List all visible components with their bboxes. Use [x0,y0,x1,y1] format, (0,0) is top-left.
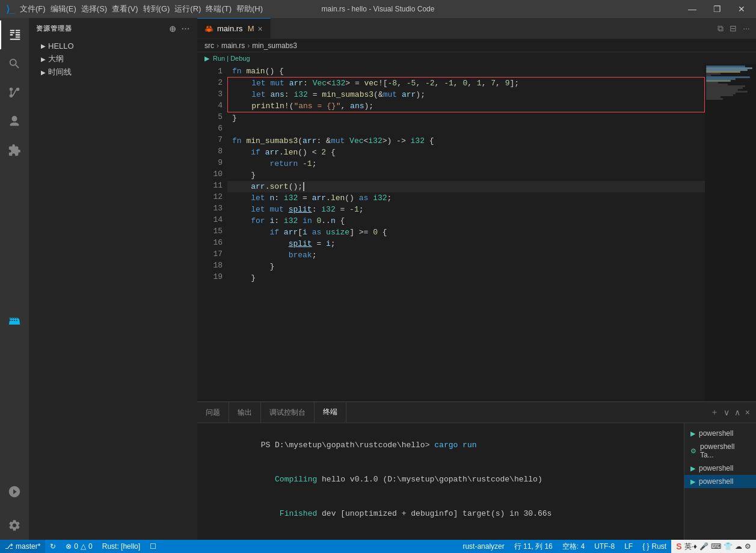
code-line-6 [227,124,705,135]
terminal-tab-output[interactable]: 输出 [229,402,261,423]
minimize-button[interactable]: — [683,4,701,14]
menu-view[interactable]: 查看(V) [112,4,138,14]
status-left: ⎇ master* ↻ ⊗ 0 △ 0 Rust: [hello] ☐ [0,540,161,553]
lang-label: Rust [652,542,667,551]
svg-point-1 [16,88,20,91]
status-encoding[interactable]: UTF-8 [589,540,619,553]
terminal-tab-terminal[interactable]: 终端 [315,402,346,423]
close-button[interactable]: ✕ [733,4,750,14]
terminal-close-icon[interactable]: × [745,408,750,417]
terminal-new-icon[interactable]: ＋ [710,407,719,418]
status-errors[interactable]: ⊗ 0 △ 0 [61,540,97,553]
menu-edit[interactable]: 编辑(E) [51,4,76,14]
run-debug-bar: ▶ Run | Debug [197,52,756,64]
activity-debug[interactable] [0,107,29,136]
terminal-finished: Finished [261,509,318,518]
status-bar: ⎇ master* ↻ ⊗ 0 △ 0 Rust: [hello] ☐ rust… [0,540,756,553]
terminal-tab-problems[interactable]: 问题 [197,402,229,423]
minimap-content [705,64,756,101]
rust-file-icon: 🦀 [204,25,214,33]
sidebar-item-outline[interactable]: ▶ 大纲 [29,52,197,66]
code-content[interactable]: fn main() { let mut arr: Vec<i32> = vec!… [227,64,705,402]
error-icon: ⊗ [66,542,72,551]
status-lang[interactable]: { } Rust [638,540,671,553]
menu-file[interactable]: 文件(F) [20,4,46,14]
code-line-16: split = i; [227,238,705,249]
terminal-compiling: Compiling [261,475,318,484]
tab-close-button[interactable]: × [257,24,262,34]
panel-label-1: powershell [699,429,733,438]
git-branch-label: master* [16,542,40,551]
sidebar-outline-label: 大纲 [48,53,64,64]
status-sync[interactable]: ↻ [45,540,61,553]
activity-extensions[interactable] [0,136,29,165]
status-rust-hello[interactable]: Rust: [hello] [97,540,145,553]
breadcrumb-fn[interactable]: min_sumabs3 [252,41,297,50]
encoding-label: UTF-8 [594,542,615,551]
run-debug-text[interactable]: Run | Debug [213,55,250,62]
activity-search[interactable] [0,49,29,78]
menu-run[interactable]: 运行(R) [174,4,201,14]
menu-select[interactable]: 选择(S) [81,4,107,14]
breadcrumb-sep2: › [247,41,250,50]
status-spaces[interactable]: 空格: 4 [558,540,589,553]
panel-powershell-3[interactable]: ▶ powershell [684,462,756,475]
sidebar-timeline-label: 时间线 [48,67,72,78]
terminal-compile-text: hello v0.1.0 (D:\mysetup\gopath\rustcode… [317,475,542,484]
new-file-icon[interactable]: ⊕ [169,24,177,34]
code-line-2: let mut arr: Vec<i32> = vec![-8, -5, -2,… [228,78,704,89]
breadcrumb-src[interactable]: src [204,41,214,50]
terminal-chevron-down-icon[interactable]: ∨ [724,408,730,417]
code-line-15: if arr[i as usize] >= 0 { [227,227,705,238]
activity-settings[interactable] [0,511,29,540]
panel-powershell-1[interactable]: ▶ powershell [684,427,756,440]
status-rust-analyzer[interactable]: rust-analyzer [458,540,509,553]
restore-button[interactable]: ❐ [708,4,726,14]
activity-docker[interactable] [0,307,29,335]
menu-terminal[interactable]: 终端(T) [206,4,232,14]
sidebar-header-icons[interactable]: ⊕ ··· [169,24,190,34]
svg-point-2 [10,88,13,91]
more-icon[interactable]: ··· [182,24,190,34]
terminal-content[interactable]: PS D:\mysetup\gopath\rustcode\hello> car… [197,423,684,540]
code-line-4: println!("ans = {}", ans); [228,100,704,112]
terminal-line-1: PS D:\mysetup\gopath\rustcode\hello> car… [204,428,677,462]
activity-explorer[interactable] [0,20,29,49]
menu-help[interactable]: 帮助(H) [236,4,263,14]
code-line-12: let n: i32 = arr.len() as i32; [227,192,705,204]
status-line-col[interactable]: 行 11, 列 16 [509,540,558,553]
layout-icon[interactable]: ⊟ [730,23,737,33]
editor-area: 🦀 main.rs M × ⧉ ⊟ ··· src › main.rs › mi… [197,18,756,540]
status-eol[interactable]: LF [619,540,638,553]
code-editor[interactable]: 12345 678910 1112131415 16171819 fn main… [197,64,756,402]
panel-powershell-2[interactable]: ⚙ powershell Ta... [684,440,756,462]
sidebar-item-hello[interactable]: ▶ HELLO [29,39,197,52]
breadcrumb-file[interactable]: main.rs [221,41,245,50]
status-git[interactable]: ⎇ master* [0,540,45,553]
line-col-label: 行 11, 列 16 [514,542,553,552]
titlebar: ⟩_ 文件(F) 编辑(E) 选择(S) 查看(V) 转到(G) 运行(R) 终… [0,0,756,18]
activity-scm[interactable] [0,78,29,107]
split-editor-icon[interactable]: ⧉ [718,23,724,34]
menu-goto[interactable]: 转到(G) [143,4,170,14]
titlebar-title: main.rs - hello - Visual Studio Code [322,5,435,13]
status-checkbox[interactable]: ☐ [145,540,161,553]
activity-account[interactable] [0,477,29,506]
sidebar-header: 资源管理器 ⊕ ··· [29,18,197,39]
play-icon: ▶ [204,55,209,63]
more-actions-icon[interactable]: ··· [743,23,750,33]
highlight-box: let mut arr: Vec<i32> = vec![-8, -5, -2,… [227,77,705,112]
sidebar-item-timeline[interactable]: ▶ 时间线 [29,66,197,79]
tab-main-rs[interactable]: 🦀 main.rs M × [197,18,271,38]
minimap [705,64,756,402]
panel-powershell-4[interactable]: ▶ powershell [684,475,756,488]
code-line-17: break; [227,249,705,261]
panel-run-icon-3: ▶ [690,465,695,472]
tab-modified: M [248,24,254,33]
rust-hello-label: Rust: [hello] [102,542,140,551]
terminal-prompt-1: PS D:\mysetup\gopath\rustcode\hello> [261,441,435,450]
terminal-line-4: Running `target\debug\hello.exe` [204,531,677,540]
terminal-tab-debug[interactable]: 调试控制台 [261,402,315,423]
code-line-5: } [227,112,705,124]
terminal-maximize-icon[interactable]: ∧ [734,408,740,417]
